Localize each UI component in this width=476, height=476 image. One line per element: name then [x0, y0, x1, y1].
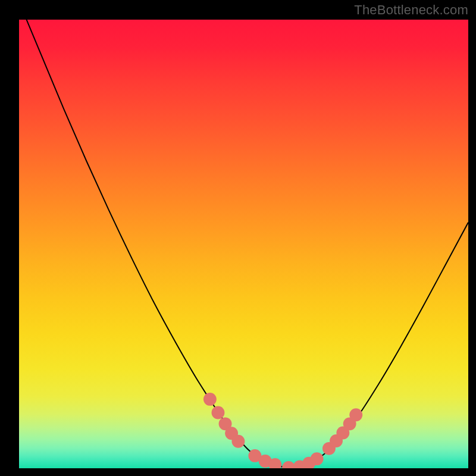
- highlight-dot: [212, 406, 225, 419]
- highlight-dot: [311, 452, 324, 465]
- highlight-dot: [349, 408, 362, 421]
- highlight-dots-group: [203, 393, 362, 468]
- watermark-text: TheBottleneck.com: [354, 2, 468, 18]
- bottleneck-curve: [19, 20, 468, 468]
- highlight-dot: [282, 461, 295, 468]
- curve-layer: [19, 20, 468, 468]
- highlight-dot: [203, 393, 217, 406]
- plot-area: [19, 20, 468, 468]
- highlight-dot: [231, 435, 245, 448]
